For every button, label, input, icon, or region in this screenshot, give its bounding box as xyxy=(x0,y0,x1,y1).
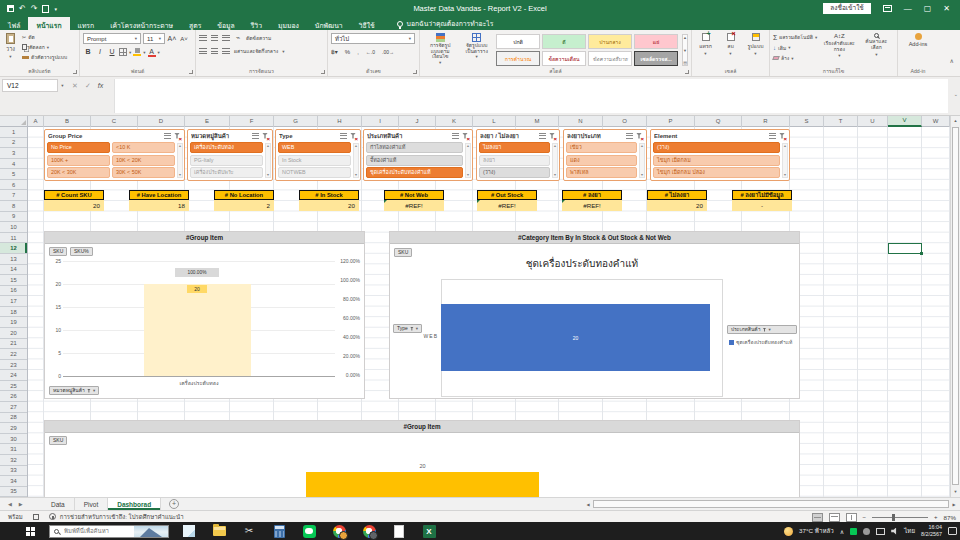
selected-cell[interactable] xyxy=(888,243,922,254)
clear-filter-icon[interactable] xyxy=(462,133,469,140)
grow-font-icon[interactable]: A˄ xyxy=(167,34,177,44)
row-header-3[interactable]: 3 xyxy=(0,148,27,159)
slicer-item[interactable]: (ว่าง) xyxy=(653,142,780,153)
column-header-Q[interactable]: Q xyxy=(695,116,742,127)
formula-bar-collapse-icon[interactable]: ⌄ xyxy=(954,91,958,97)
scroll-up-icon[interactable]: ▲ xyxy=(640,144,643,148)
excel-icon[interactable]: X xyxy=(421,523,437,539)
line-icon[interactable] xyxy=(301,523,317,539)
volume-muted-icon[interactable] xyxy=(891,528,898,535)
kpi-value-5[interactable]: #REF! xyxy=(477,200,537,211)
redo-icon[interactable]: ↷ xyxy=(31,5,38,13)
row-header-17[interactable]: 17 xyxy=(0,296,27,307)
column-header-H[interactable]: H xyxy=(318,116,362,127)
sheet-canvas[interactable]: ABCDEFGHIJKLMNOPQRSTUVW 1234567891011121… xyxy=(0,116,950,497)
align-middle-icon[interactable] xyxy=(211,35,218,41)
slicer-scrollbar[interactable]: ▲▼ xyxy=(782,143,788,178)
column-header-U[interactable]: U xyxy=(858,116,888,127)
pivot-value-field-button[interactable]: SKU xyxy=(49,247,67,256)
multiselect-icon[interactable] xyxy=(539,133,546,139)
font-name-select[interactable]: Prompt▾ xyxy=(83,33,141,44)
column-header-S[interactable]: S xyxy=(790,116,824,127)
maximize-button[interactable]: ▢ xyxy=(924,5,932,13)
row-header-20[interactable]: 20 xyxy=(0,328,27,339)
insert-cells-button[interactable]: แทรก▾ xyxy=(695,33,716,56)
normal-view-button[interactable] xyxy=(812,513,823,522)
page-layout-view-button[interactable] xyxy=(829,513,840,522)
multiselect-icon[interactable] xyxy=(769,133,776,139)
scroll-left-icon[interactable]: ◀ xyxy=(584,499,592,509)
slicer-item[interactable]: WEB xyxy=(278,142,351,153)
bold-button[interactable]: B xyxy=(83,47,93,57)
chrome-2-icon[interactable] xyxy=(361,523,377,539)
sheet-tab-Data[interactable]: Data xyxy=(42,498,75,510)
row-header-10[interactable]: 10 xyxy=(0,222,27,233)
start-button[interactable] xyxy=(26,527,35,536)
column-header-P[interactable]: P xyxy=(647,116,695,127)
column-header-F[interactable]: F xyxy=(230,116,274,127)
scroll-down-icon[interactable]: ▼ xyxy=(466,173,469,177)
pivot-value-field-button[interactable]: SKU% xyxy=(70,247,93,256)
ribbon-tab-6[interactable]: รีวิว xyxy=(243,17,270,30)
slicer-7[interactable]: Element(ว่าง)ไข่มุก เม็ดกลมไข่มุก เม็ดกล… xyxy=(650,129,790,181)
slicer-item[interactable]: ไข่มุก เม็ดกลม ปล่อง xyxy=(653,167,780,178)
kpi-value-3[interactable]: 20 xyxy=(299,200,359,211)
slicer-item[interactable]: จี้ทองคำแท้ xyxy=(366,155,463,166)
delete-cells-button[interactable]: ลบ▾ xyxy=(720,33,741,56)
comma-style-icon[interactable]: , xyxy=(357,49,359,55)
file-explorer-icon[interactable] xyxy=(211,523,227,539)
wrap-text-button[interactable]: ตัดข้อความ xyxy=(246,34,271,42)
slicer-item[interactable]: ชุดเครื่องประดับทองคำแท้ xyxy=(366,167,463,178)
column-header-R[interactable]: R xyxy=(742,116,790,127)
kpi-value-0[interactable]: 20 xyxy=(44,200,104,211)
underline-button[interactable]: U xyxy=(107,47,117,57)
slicer-item[interactable]: ไข่มุก เม็ดกลม xyxy=(653,155,780,166)
column-header-G[interactable]: G xyxy=(274,116,318,127)
scroll-down-icon[interactable]: ▼ xyxy=(354,173,357,177)
slicer-item[interactable]: In Stock xyxy=(278,155,351,166)
align-top-icon[interactable] xyxy=(199,35,207,41)
tell-me-box[interactable]: บอกฉันว่าคุณต้องการทำอะไร xyxy=(397,17,494,30)
format-cells-button[interactable]: รูปแบบ▾ xyxy=(745,33,766,56)
clipboard-dialog-launcher[interactable] xyxy=(73,70,77,74)
zoom-out-icon[interactable]: − xyxy=(863,514,867,520)
cell-style-st-calc[interactable]: การคำนวณ xyxy=(496,51,540,66)
row-header-15[interactable]: 15 xyxy=(0,275,27,286)
number-dialog-launcher[interactable] xyxy=(413,70,417,74)
slicer-4[interactable]: ประเภทสินค้ากำไลทองคำแท้จี้ทองคำแท้ชุดเค… xyxy=(363,129,473,181)
row-header-29[interactable]: 29 xyxy=(0,423,27,434)
font-dialog-launcher[interactable] xyxy=(189,70,193,74)
slicer-scrollbar[interactable]: ▲▼ xyxy=(353,143,359,178)
column-header-O[interactable]: O xyxy=(603,116,647,127)
macro-record-icon[interactable] xyxy=(33,514,39,520)
kpi-value-8[interactable]: - xyxy=(732,200,792,211)
row-header-21[interactable]: 21 xyxy=(0,339,27,350)
clear-filter-icon[interactable] xyxy=(549,133,556,140)
slicer-item[interactable]: 30K < 50K xyxy=(112,167,175,178)
ribbon-tab-8[interactable]: นักพัฒนา xyxy=(307,17,351,30)
prev-sheet-icon[interactable]: ◀ xyxy=(8,501,12,507)
row-header-28[interactable]: 28 xyxy=(0,413,27,424)
cell-style-st-warn[interactable]: ข้อความเตือน xyxy=(542,51,586,66)
decrease-decimal-icon[interactable]: .00→ xyxy=(382,49,394,55)
column-header-J[interactable]: J xyxy=(399,116,436,127)
search-input[interactable] xyxy=(62,527,131,535)
slicer-item[interactable]: เขียว xyxy=(566,142,637,153)
percent-style-icon[interactable]: % xyxy=(345,49,350,55)
ribbon-display-options-icon[interactable] xyxy=(883,5,892,12)
pivot-axis-field-button[interactable]: หมวดหมู่สินค้า▾ xyxy=(49,386,99,395)
scroll-up-icon[interactable]: ▲ xyxy=(354,144,357,148)
cancel-entry-icon[interactable]: ✕ xyxy=(72,82,78,90)
scroll-down-icon[interactable]: ▼ xyxy=(266,173,269,177)
scroll-up-icon[interactable]: ▲ xyxy=(266,144,269,148)
kpi-value-1[interactable]: 18 xyxy=(129,200,189,211)
row-header-16[interactable]: 16 xyxy=(0,286,27,297)
column-header-T[interactable]: T xyxy=(824,116,858,127)
row-header-9[interactable]: 9 xyxy=(0,212,27,223)
chart-category-item[interactable]: #Category Item By In Stock & Out Stock &… xyxy=(389,231,800,399)
line-tray-icon[interactable] xyxy=(850,528,857,535)
scroll-down-icon[interactable]: ▼ xyxy=(553,173,556,177)
column-header-W[interactable]: W xyxy=(922,116,950,127)
zoom-in-icon[interactable]: + xyxy=(934,514,938,520)
multiselect-icon[interactable] xyxy=(340,133,347,139)
